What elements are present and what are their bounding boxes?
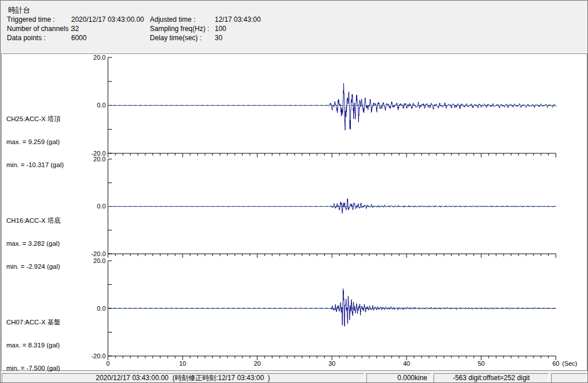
channel-max: max. = 9.259 (gal) — [6, 138, 64, 146]
y-axis-label: 0.0 — [97, 102, 106, 109]
triggered-time-value: 2020/12/17 03:43:00.00 — [71, 16, 144, 24]
channel-min: min. = -10.317 (gal) — [6, 161, 64, 169]
x-axis-label: 30 — [328, 360, 335, 367]
delay-time-label: Delay time(sec) : — [150, 34, 202, 42]
y-axis-label: 20.0 — [94, 156, 106, 163]
waveform-panel: 20.00.0-20.020.00.0-20.020.00.0-20.00102… — [1, 53, 587, 371]
channel-name: CH16:ACC-X 塔底 — [6, 217, 61, 225]
channel-name: CH07:ACC-X 基盤 — [6, 319, 61, 326]
data-points-label: Data points : — [7, 34, 45, 42]
header-info-panel: 時計台 Triggered time : 2020/12/17 03:43:00… — [1, 1, 587, 52]
axis-unit-label: (Sec) — [562, 360, 577, 367]
chart-axes — [108, 159, 556, 258]
status-digit-cell: -563 digit:offset=252 digit — [434, 373, 549, 383]
triggered-time-label: Triggered time : — [7, 16, 55, 24]
sampling-freq-value: 100 — [215, 25, 226, 33]
adjusted-time-value: 12/17 03:43:00 — [215, 16, 261, 24]
x-axis-label: 50 — [478, 360, 485, 367]
station-title: 時計台 — [8, 5, 30, 16]
adjusted-time-label: Adjusted time : — [150, 16, 195, 24]
status-bar: 2020/12/17 03:43:00.00 (時刻修正時刻:12/17 03:… — [1, 372, 588, 383]
y-axis-label: 0.0 — [97, 305, 106, 312]
channel-min: min. = -2.924 (gal) — [6, 263, 61, 270]
data-points-value: 6000 — [71, 34, 87, 42]
x-axis-label: 0 — [106, 360, 110, 367]
x-axis-label: 40 — [403, 360, 410, 367]
channel-2-label-block: CH16:ACC-X 塔底 max. = 3.282 (gal) min. = … — [6, 202, 61, 286]
x-axis-label: 10 — [179, 360, 186, 367]
waveform-charts[interactable]: 20.00.0-20.020.00.0-20.020.00.0-20.00102… — [2, 54, 587, 370]
status-time-cell: 2020/12/17 03:43:00.00 (時刻修正時刻:12/17 03:… — [2, 373, 364, 383]
waveform-trace — [108, 199, 556, 214]
status-extra-cell — [551, 373, 587, 383]
x-axis-label: 20 — [254, 360, 261, 367]
app-window: 時計台 Triggered time : 2020/12/17 03:43:00… — [0, 0, 588, 383]
channel-max: max. = 3.282 (gal) — [6, 240, 61, 247]
y-axis-label: -20.0 — [91, 250, 106, 257]
y-axis-label: -20.0 — [91, 353, 106, 359]
x-axis-label: 60 — [552, 360, 559, 367]
y-axis-label: 0.0 — [97, 203, 106, 210]
num-channels-label: Number of channels : — [7, 25, 72, 33]
waveform-trace — [108, 83, 556, 130]
sampling-freq-label: Sampling freq(Hz) : — [150, 25, 209, 33]
status-kine-cell: 0.000kine — [366, 373, 431, 383]
num-channels-value: 32 — [71, 25, 79, 33]
channel-1-label-block: CH25:ACC-X 塔頂 max. = 9.259 (gal) min. = … — [6, 100, 64, 184]
waveform-trace — [108, 289, 556, 327]
delay-time-value: 30 — [215, 34, 222, 42]
chart-axes — [108, 261, 556, 360]
y-axis-label: 20.0 — [94, 257, 106, 264]
channel-max: max. = 8.319 (gal) — [6, 342, 61, 349]
channel-name: CH25:ACC-X 塔頂 — [6, 115, 64, 123]
y-axis-label: 20.0 — [94, 54, 106, 61]
